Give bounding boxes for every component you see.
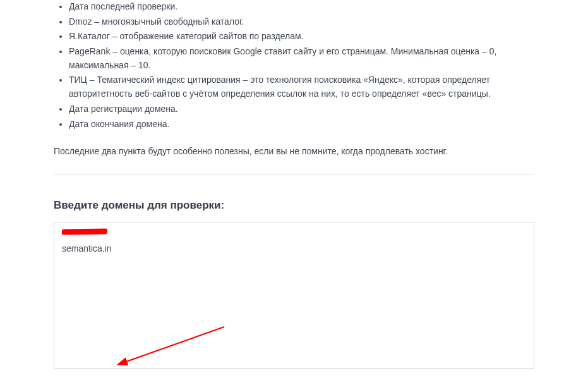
list-item: Дата окончания домена.	[69, 118, 534, 131]
list-item: PageRank – оценка, которую поисковик Goo…	[69, 45, 534, 72]
domains-textarea[interactable]	[54, 222, 534, 369]
info-list: Дата последней проверки. Dmoz – многоязы…	[54, 0, 534, 131]
list-item: Я.Каталог – отображение категорий сайтов…	[69, 30, 534, 44]
list-item: Дата регистрации домена.	[69, 102, 534, 116]
redacted-overlay	[62, 229, 107, 235]
list-item: ТИЦ – Тематический индекс цитирования – …	[69, 73, 534, 101]
form-heading: Введите домены для проверки:	[54, 199, 534, 212]
textarea-wrapper	[54, 222, 534, 371]
list-item: Дата последней проверки.	[69, 0, 534, 14]
section-divider	[54, 174, 534, 175]
list-item: Dmoz – многоязычный свободный каталог.	[69, 15, 534, 29]
note-text: Последние два пункта будут особенно поле…	[54, 145, 534, 158]
